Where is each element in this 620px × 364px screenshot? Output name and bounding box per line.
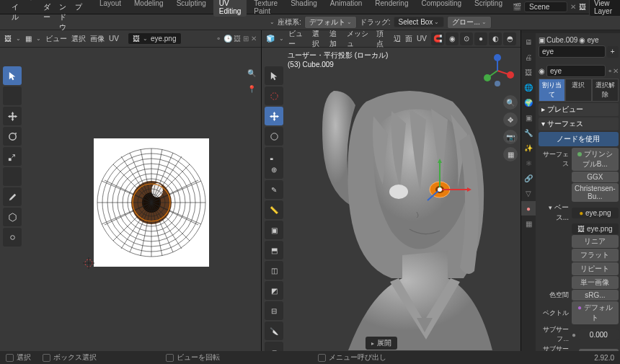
addcube-tool[interactable]: ▣ <box>265 221 283 239</box>
orient-mode[interactable]: デフォルト⌄ <box>304 16 357 29</box>
base-tex[interactable]: ● eye.png <box>572 208 619 218</box>
cb-dd[interactable]: Christensen-Bu... <box>572 183 619 202</box>
zoom-icon[interactable]: 🔍 <box>245 66 258 79</box>
rotate-tool[interactable] <box>3 127 22 146</box>
v3d-edge[interactable]: 辺 <box>394 34 401 44</box>
transform-tool[interactable] <box>3 167 22 186</box>
transform3d-tool[interactable]: ⊕ <box>265 160 283 179</box>
uv-menu-select[interactable]: 選択 <box>71 34 86 44</box>
mat-ops[interactable]: ⚬✕ <box>607 67 619 75</box>
tex-file[interactable]: 🖼 eye.png <box>572 223 619 234</box>
subsurf1-val[interactable]: 0.000 <box>579 329 619 340</box>
tab-scripting[interactable]: Scripting <box>469 0 508 17</box>
interp-dd[interactable]: リニア <box>572 235 619 248</box>
move-view-btn[interactable]: ✥ <box>503 112 518 127</box>
menu-render[interactable]: レンダー <box>43 0 50 32</box>
v3d-mesh[interactable]: メッシュ <box>347 29 373 49</box>
v3d-vert[interactable]: 頂点 <box>376 29 389 49</box>
tab-deselect[interactable]: 選択解除 <box>592 79 619 102</box>
tab-sculpting[interactable]: Sculpting <box>171 0 212 17</box>
panel-preview[interactable]: ▸ プレビュー <box>539 103 619 116</box>
material-name-field[interactable]: eye <box>546 65 606 77</box>
rotate3d-tool[interactable] <box>265 127 283 146</box>
viewport-canvas[interactable] <box>262 48 521 351</box>
ptab-material[interactable]: ● <box>521 201 536 216</box>
nav-gizmo[interactable] <box>480 53 515 88</box>
v3d-select[interactable]: 選択 <box>312 29 325 49</box>
overlay-toggle-icon[interactable]: ◉ <box>446 32 459 45</box>
shading-solid-icon[interactable]: ● <box>474 32 487 45</box>
ptab-particle[interactable]: ✨ <box>521 141 536 155</box>
tab-compositing[interactable]: Compositing <box>415 0 467 17</box>
inset-tool[interactable]: ◫ <box>265 261 283 280</box>
v3d-view[interactable]: ビュー <box>288 29 308 49</box>
ptab-view[interactable]: 🖼 <box>521 65 536 79</box>
menu-edit[interactable]: 編集 <box>27 0 35 32</box>
scene-name-field[interactable]: Scene <box>524 1 567 12</box>
tab-shading[interactable]: Shading <box>285 0 323 17</box>
tab-assign[interactable]: 割り当て <box>539 79 565 102</box>
ptab-texture[interactable]: ▦ <box>521 216 536 231</box>
tab-select[interactable]: 選択 <box>565 79 592 102</box>
menu-file[interactable]: ファイル <box>12 0 19 32</box>
ptab-output[interactable]: 🖨 <box>521 50 536 64</box>
ptab-object[interactable]: ▣ <box>521 110 536 125</box>
drag-mode[interactable]: Select Box⌄ <box>394 17 445 27</box>
cube-tool[interactable] <box>3 208 22 226</box>
knife-tool[interactable]: 🔪 <box>265 321 283 340</box>
loopcut-tool[interactable]: ⊟ <box>265 301 283 320</box>
measure-tool[interactable]: 📏 <box>265 200 283 219</box>
extrude-tool[interactable]: ⬒ <box>265 241 283 259</box>
image-name-field[interactable]: 🖼⌄ eye.png <box>128 32 182 45</box>
v3d-face[interactable]: 面 <box>405 34 412 44</box>
expand-operator[interactable]: ▸展開 <box>366 337 397 350</box>
ptab-scene[interactable]: 🌐 <box>521 80 536 94</box>
vec-dd[interactable]: ● デフォルト <box>572 301 619 324</box>
select-tool[interactable] <box>265 66 283 85</box>
material-slot[interactable]: eye <box>539 45 606 58</box>
tab-layout[interactable]: Layout <box>94 0 127 17</box>
move-tool[interactable] <box>3 107 22 125</box>
annotate-tool[interactable] <box>3 86 22 105</box>
use-nodes-button[interactable]: ノードを使用 <box>539 132 619 146</box>
ptab-constraint[interactable]: 🔗 <box>521 171 536 185</box>
shading-rendered-icon[interactable]: ◓ <box>503 32 516 45</box>
ext-dd[interactable]: リピート <box>572 262 619 275</box>
pin-icon[interactable]: 📍 <box>245 82 258 95</box>
zoom-btn[interactable]: 🔍 <box>503 95 518 110</box>
editor-type-icon[interactable]: 🖼 <box>4 35 12 43</box>
browse-ops[interactable]: ⚬ 🕒 🖼 ⊞ ✕ <box>216 35 257 43</box>
persp-btn[interactable]: ▦ <box>503 147 518 161</box>
v3d-uv[interactable]: UV <box>417 35 427 43</box>
surface-shader[interactable]: プリンシプルB... <box>572 148 619 171</box>
uv-menu-uv[interactable]: UV <box>109 35 119 43</box>
scale-tool[interactable] <box>3 147 22 166</box>
slot-add[interactable]: + <box>607 46 619 58</box>
editor3d-icon[interactable]: 🧊 <box>266 35 275 43</box>
move3d-tool[interactable] <box>265 107 283 125</box>
v3d-add[interactable]: 追加 <box>329 29 342 49</box>
ptab-modifier[interactable]: 🔧 <box>521 125 536 140</box>
scene-x-icon[interactable]: ✕ <box>570 3 576 11</box>
viewlayer-field[interactable]: View Layer <box>589 0 620 17</box>
menu-help[interactable]: ヘルプ <box>75 0 82 32</box>
menu-window[interactable]: ウィンドウ <box>59 0 66 32</box>
ptab-world[interactable]: 🌍 <box>521 95 536 110</box>
cs-dd[interactable]: sRG... <box>572 290 619 301</box>
global-dd[interactable]: グロー...⌄ <box>447 16 491 29</box>
pencil-tool[interactable] <box>3 187 22 206</box>
shading-wire-icon[interactable]: ⊙ <box>460 32 473 45</box>
cursor-tool[interactable] <box>3 66 22 85</box>
uv-mode-button[interactable]: ▦ <box>25 35 32 43</box>
src-dd[interactable]: 単一画像 <box>572 276 619 289</box>
ptab-data[interactable]: ▽ <box>521 186 536 200</box>
shading-matprev-icon[interactable]: ◐ <box>489 32 502 45</box>
ptab-physics[interactable]: ⚛ <box>521 156 536 170</box>
camera-btn[interactable]: 📷 <box>503 130 518 144</box>
ptab-render[interactable]: 🖥 <box>521 35 536 49</box>
panel-surface[interactable]: ▾ サーフェス <box>539 117 619 130</box>
cursor3d-tool[interactable] <box>265 86 283 105</box>
snap-icon[interactable]: 🧲 <box>431 32 444 45</box>
proj-dd[interactable]: フラット <box>572 249 619 262</box>
tab-animation[interactable]: Animation <box>324 0 368 17</box>
